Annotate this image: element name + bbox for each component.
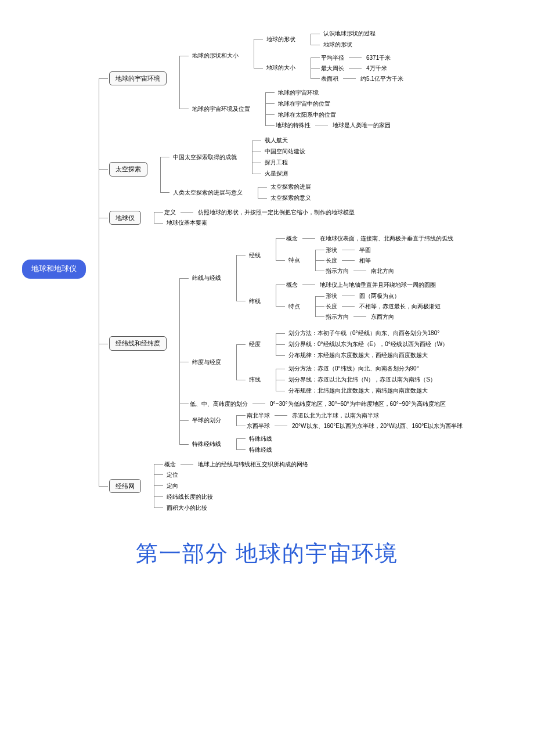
branch-graticule: 经纬网 (109, 479, 141, 493)
leaf: 划分方法：赤道（0°纬线）向北、向南各划分为90° (286, 364, 421, 373)
leaf: 长度不相等，赤道最长，向两极渐短 (326, 303, 441, 310)
leaf: 长度相等 (326, 257, 371, 264)
earth-size: 地球的大小 (264, 63, 298, 72)
leaf: 分布规律：东经越向东度数越大，西经越向西度数越大 (286, 351, 430, 359)
meridian: 经线 (247, 251, 263, 260)
features: 特点 (286, 302, 302, 311)
china-achievements: 中国太空探索取得的成就 (171, 153, 239, 161)
leaf: 面积大小的比较 (164, 503, 210, 512)
leaf: 火星探测 (262, 169, 290, 178)
leaf: 表面积约5.1亿平方千米 (321, 75, 403, 82)
leaf: 太空探索的进展 (268, 182, 313, 191)
earth-shape: 地球的形状 (264, 35, 298, 44)
leaf: 定位 (164, 470, 181, 479)
leaf: 定义仿照地球的形状，并按照一定比例把它缩小，制作的地球模型 (164, 208, 355, 216)
leaf: 概念在地球仪表面，连接南、北两极并垂直于纬线的弧线 (286, 235, 453, 242)
leaf: 最大周长4万千米 (321, 64, 387, 72)
leaf: 地球的形状 (321, 40, 355, 49)
leaf: 划分方法：本初子午线（0°经线）向东、向西各划分为180° (286, 329, 442, 337)
leaf: 概念地球仪上与地轴垂直并且环绕地球一周的圆圈 (286, 281, 436, 289)
leaf: 南北半球赤道以北为北半球，以南为南半球 (247, 412, 379, 419)
leaf: 特殊纬线 (247, 434, 275, 443)
branch-cosmic-env: 地球的宇宙环境 (109, 71, 167, 85)
mindmap: 地球和地球仪 地球的宇宙环境 地球的形状和大小 地球的形状 认识地球形状的过程 … (12, 23, 522, 516)
leaf: 东西半球20°W以东、160°E以西为东半球，20°W以西、160°E以东为西半… (247, 422, 463, 430)
cosmic-env-pos: 地球的宇宙环境及位置 (190, 105, 252, 113)
branch-space-explore: 太空探索 (109, 162, 147, 176)
human-exploration: 人类太空探索的进展与意义 (171, 188, 245, 197)
leaf: 探月工程 (262, 158, 290, 167)
leaf: 认识地球形状的过程 (321, 29, 378, 38)
branch-lonlat: 经纬线和经纬度 (109, 336, 167, 350)
leaf: 分布规律：北纬越向北度数越大，南纬越向南度数越大 (286, 386, 430, 395)
leaf: 平均半径6371千米 (321, 54, 391, 62)
longitude: 经度 (247, 340, 263, 348)
root-node: 地球和地球仪 (22, 260, 86, 279)
leaf: 概念地球上的经线与纬线相互交织所构成的网络 (164, 460, 308, 468)
features: 特点 (286, 255, 302, 264)
leaf: 形状圆（两极为点） (326, 292, 400, 300)
leaf: 载人航天 (262, 136, 290, 145)
parallel: 纬线 (247, 297, 263, 305)
hemispheres: 半球的划分 (190, 416, 223, 424)
leaf: 划分界线：0°经线以东为东经（E），0°经线以西为西经（W） (286, 340, 450, 348)
leaf: 中国空间站建设 (262, 147, 308, 156)
shape-size: 地球的形状和大小 (190, 51, 241, 60)
leaf: 经纬线长度的比较 (164, 492, 215, 501)
leaf: 指示方向东西方向 (326, 313, 394, 321)
latitude: 纬线 (247, 375, 263, 384)
leaf: 地球的宇宙环境 (276, 88, 321, 97)
leaf: 地球在宇宙中的位置 (276, 99, 333, 108)
leaf: 低、中、高纬度的划分0°~30°为低纬度地区，30°~60°为中纬度地区，60°… (190, 400, 446, 408)
leaf: 地球在太阳系中的位置 (276, 110, 338, 119)
leaf: 地球仪基本要素 (164, 218, 210, 227)
leaf: 形状半圆 (326, 246, 371, 254)
branch-globe: 地球仪 (109, 211, 141, 225)
leaf: 太空探索的意义 (268, 193, 313, 202)
leaf: 指示方向南北方向 (326, 267, 394, 275)
leaf: 地球的特殊性地球是人类唯一的家园 (276, 121, 391, 129)
leaf: 定向 (164, 481, 181, 490)
leaf: 划分界线：赤道以北为北纬（N），赤道以南为南纬（S） (286, 375, 438, 384)
leaf: 特殊经线 (247, 445, 275, 454)
degrees: 纬度与经度 (190, 358, 223, 366)
page-title: 第一部分 地球的宇宙环境 (12, 539, 522, 568)
lines: 纬线与经线 (190, 273, 223, 282)
special-lines: 特殊经纬线 (190, 440, 223, 448)
